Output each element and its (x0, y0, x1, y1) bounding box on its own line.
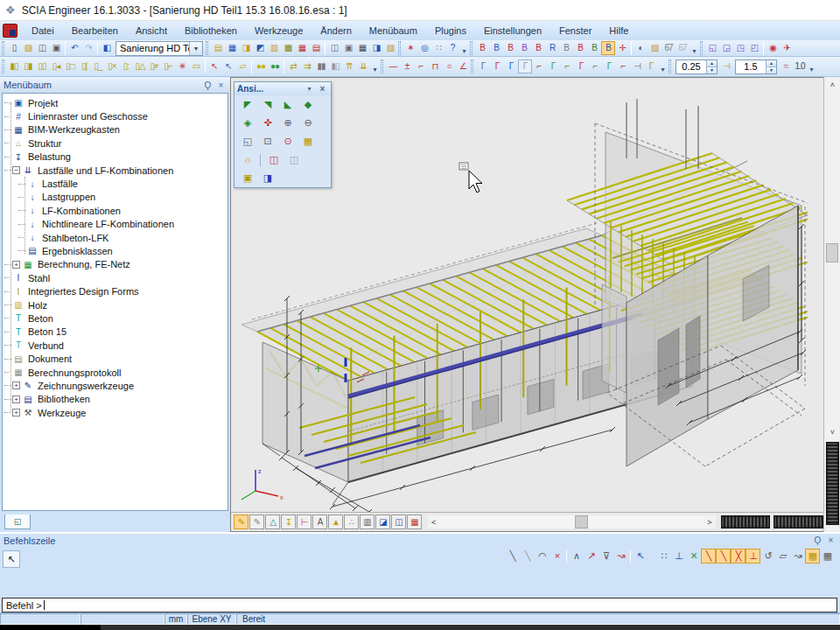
half-layers-icon[interactable]: ◐ (634, 41, 648, 55)
menu-item-plugins[interactable]: Plugins (426, 23, 475, 38)
show-surfaces-icon[interactable]: ▲ (328, 514, 343, 529)
unit-help-icon[interactable]: ? (445, 41, 459, 55)
scale-spinner[interactable]: 0.25▴▾ (676, 60, 718, 74)
tree-item-bim-werkzeugkasten[interactable]: ▦BIM-Werkzeugkasten (4, 123, 228, 136)
snap-line-icon[interactable]: ╲ (505, 549, 520, 564)
angle-tool-icon[interactable]: ∠ (456, 60, 470, 74)
polyline-tool-icon[interactable]: ⌐ (414, 60, 428, 74)
mesh-icon[interactable]: ▩ (281, 41, 295, 55)
zoom-window-icon[interactable]: ◱ (237, 133, 257, 150)
snap-arc-icon[interactable]: ◠ (535, 549, 550, 564)
fast-drawing2-icon[interactable]: ◫ (391, 514, 406, 529)
activity-workplane-icon[interactable]: R (545, 41, 559, 55)
toolbar-overflow-chevron[interactable]: ▾ (807, 60, 816, 74)
activity-restore-icon[interactable]: B (587, 41, 601, 55)
tree-expander-icon[interactable]: + (12, 409, 20, 416)
pointer-mode-button[interactable]: ↖ (3, 550, 20, 568)
camera-icon[interactable]: ◫ (263, 151, 284, 168)
zoom-wheel-horizontal[interactable] (774, 515, 823, 528)
tree-item-lf-kombinationen[interactable]: ↓LF-Kombinationen (4, 204, 228, 217)
menu-item-hilfe[interactable]: Hilfe (600, 23, 637, 38)
snap-polygon-icon[interactable]: ▱ (775, 549, 790, 564)
layers-icon[interactable]: ▦ (225, 41, 239, 55)
menu-item-ansicht[interactable]: Ansicht (127, 23, 176, 38)
tree-item-nichtlineare-lf-kombinationen[interactable]: ↓Nichtlineare LF-Kombinationen (4, 218, 228, 231)
chevron-down-icon[interactable]: ▾ (304, 83, 315, 94)
status-plane[interactable]: Ebene XY (187, 613, 236, 625)
toolbar-grip[interactable] (700, 41, 703, 55)
toolbar-grip[interactable] (2, 41, 4, 55)
view-x-icon[interactable]: ◤ (237, 96, 257, 113)
tree-expander-icon[interactable]: + (12, 261, 20, 269)
copy-view-icon[interactable]: ◱ (705, 41, 719, 55)
command-input[interactable]: Befehl > (2, 598, 837, 612)
layer-67-icon[interactable]: 67 (662, 41, 676, 55)
layer-67-off-icon[interactable]: 67 (676, 41, 690, 55)
snap-curve-icon[interactable]: ↝ (613, 549, 628, 564)
status-unit[interactable]: mm (164, 613, 187, 625)
plusminus-tool-icon[interactable]: ± (400, 60, 414, 74)
fast-drawing-icon[interactable]: ◪ (375, 514, 390, 529)
show-loads-icon[interactable]: ↧ (281, 514, 296, 529)
snap-cursor-icon[interactable]: ↖ (633, 549, 648, 564)
paste-view-icon[interactable]: ◲ (719, 41, 733, 55)
toolbar-overflow-chevron[interactable]: ▾ (690, 41, 699, 55)
project-settings-icon[interactable]: ▤ (211, 41, 225, 55)
view-axo-icon[interactable]: ◆ (298, 96, 318, 113)
number-format-icon[interactable]: 1.0 (793, 60, 807, 74)
chevron-down-icon[interactable]: ▾ (189, 42, 202, 55)
toolbar-grip[interactable] (2, 60, 4, 74)
clipping-box-icon[interactable]: ▦ (298, 133, 318, 150)
activity-off-icon[interactable]: B (573, 41, 587, 55)
snap-intersect-icon[interactable]: ╳ (731, 549, 746, 564)
scroll-left-icon[interactable]: < (428, 515, 439, 528)
rendered-icon[interactable]: ✎ (249, 514, 264, 529)
results-grid-icon[interactable]: ▦ (295, 41, 309, 55)
zoom-all-icon[interactable]: ⊡ (257, 133, 277, 150)
engineering-report-icon[interactable]: ◨ (369, 41, 383, 55)
frame-6-icon[interactable]: Γ (546, 60, 560, 74)
menu-item-fenster[interactable]: Fenster (550, 23, 600, 38)
clean-model-icon[interactable]: ◩ (253, 41, 267, 55)
frame-8-icon[interactable]: Γ (574, 60, 588, 74)
show-nodes-icon[interactable]: ●● (254, 60, 268, 74)
frame-10-icon[interactable]: Γ (602, 60, 616, 74)
menu-item-men-baum[interactable]: Menübaum (360, 23, 426, 38)
pan-wheel-horizontal[interactable] (721, 515, 771, 528)
tree-item-struktur[interactable]: ⌂Struktur (4, 136, 228, 150)
tree-item-ergebnisklassen[interactable]: ▤Ergebnisklassen (4, 244, 228, 257)
paste-prop-icon[interactable]: ▮▯ (328, 60, 342, 74)
shrink-members-icon[interactable]: ∴ (344, 514, 359, 529)
panel-tab-button[interactable]: ◱ (4, 514, 31, 529)
show-model-data-icon[interactable]: ▥ (360, 514, 374, 529)
vertical-scrollbar-thumb[interactable] (826, 243, 838, 262)
snap-arc-center-icon[interactable]: ↺ (760, 549, 775, 564)
wireframe-icon[interactable]: ✎ (234, 514, 248, 529)
hinge-icon[interactable]: ▯: (119, 60, 133, 74)
factor-spinner[interactable]: 1.5▴▾ (735, 60, 777, 74)
move-node-icon[interactable]: ⇄ (286, 60, 300, 74)
tree-expander-icon[interactable]: + (12, 382, 20, 389)
portal-icon[interactable]: ✶ (403, 41, 417, 55)
redo-icon[interactable]: ↷ (81, 41, 95, 55)
snap-midpoint-icon[interactable]: ╲ (716, 549, 731, 564)
frame-4-icon[interactable]: Γ (518, 60, 532, 74)
snap-dot-grid-icon[interactable]: ▦ (805, 549, 820, 564)
tree-item-integriertes-design-forms[interactable]: IIntegriertes Design Forms (4, 284, 228, 298)
toolbar-grip[interactable] (471, 60, 473, 74)
snap-calc-icon[interactable]: ▦ (820, 549, 835, 564)
toolbar-overflow-chevron[interactable]: ▾ (658, 60, 668, 74)
frame-3-icon[interactable]: Γ (504, 60, 518, 74)
toolbar-grip[interactable] (381, 60, 383, 74)
member-local-icon[interactable]: ▯▯ (35, 60, 49, 74)
tree-item-lastfälle[interactable]: ↓Lastfälle (4, 177, 228, 190)
tree-item-lastgruppen[interactable]: ↓Lastgruppen (4, 191, 228, 204)
vertical-scrollbar[interactable]: ˄ ˅ (823, 77, 840, 532)
tree-item-stahlbeton-lfk[interactable]: ↓Stahlbeton-LFK (4, 231, 228, 244)
frame-12-icon[interactable]: ⊣ (630, 60, 644, 74)
tree-item-belastung[interactable]: ↧Belastung (4, 150, 228, 164)
show-supports-icon[interactable]: △ (265, 514, 280, 529)
scroll-up-icon[interactable]: ˄ (826, 79, 839, 91)
select-cursor-icon[interactable]: ↖ (221, 60, 235, 74)
open-file-icon[interactable]: ▨ (21, 41, 35, 55)
